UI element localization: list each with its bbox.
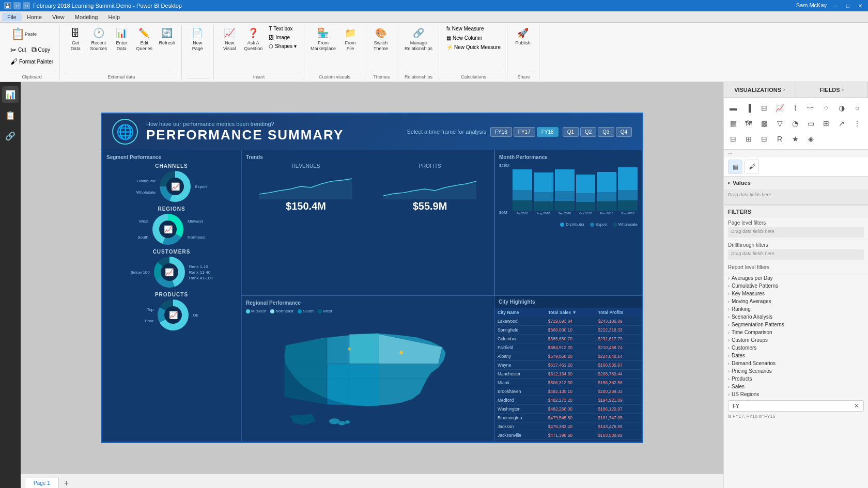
- q4-btn[interactable]: Q4: [616, 127, 632, 137]
- enter-data-btn[interactable]: 📊 EnterData: [111, 25, 132, 53]
- fy16-btn[interactable]: FY16: [490, 127, 512, 137]
- visualizations-tab[interactable]: VISUALIZATIONS ›: [724, 82, 796, 97]
- new-quick-measure-btn[interactable]: ⚡ New Quick Measure: [444, 43, 503, 51]
- vis-line[interactable]: 📈: [772, 101, 787, 115]
- add-page-btn[interactable]: +: [60, 479, 73, 488]
- text-box-icon: T: [269, 26, 272, 32]
- q1-btn[interactable]: Q1: [563, 127, 579, 137]
- save-icon[interactable]: 💾: [4, 2, 11, 9]
- field-item-10[interactable]: ›Dates: [724, 352, 868, 359]
- vis-funnel[interactable]: ▽: [772, 116, 787, 131]
- vis-waterfall[interactable]: ⊟: [757, 132, 771, 146]
- vis-custom2[interactable]: ◈: [803, 132, 818, 146]
- text-box-btn[interactable]: T Text box: [267, 25, 299, 33]
- redo-icon[interactable]: ↪: [23, 2, 30, 9]
- new-column-btn[interactable]: ▦ New Column: [444, 34, 503, 42]
- page-tab-1[interactable]: Page 1: [25, 478, 59, 488]
- vis-clustered-bar[interactable]: ▐: [741, 101, 756, 115]
- switch-theme-btn[interactable]: 🎨 SwitchTheme: [370, 25, 391, 53]
- recent-sources-btn[interactable]: 🕐 RecentSources: [88, 25, 109, 53]
- menu-modeling[interactable]: Modeling: [70, 13, 103, 21]
- manage-relationships-btn[interactable]: 🔗 ManageRelationships: [402, 25, 435, 53]
- undo-icon[interactable]: ↩: [13, 2, 21, 9]
- sidebar-data-icon[interactable]: 📋: [2, 107, 19, 123]
- report-subtitle: How have our performance metrics been tr…: [146, 121, 398, 127]
- close-btn[interactable]: ✕: [857, 2, 864, 9]
- vis-format-tool[interactable]: 🖌: [745, 160, 759, 174]
- menu-help[interactable]: Help: [103, 13, 125, 21]
- vis-map[interactable]: 🗺: [741, 116, 756, 131]
- vis-scatter[interactable]: ⁘: [819, 101, 833, 115]
- new-visual-btn[interactable]: 📈 NewVisual: [219, 25, 240, 53]
- new-page-btn[interactable]: 📄 NewPage: [187, 25, 208, 53]
- restore-btn[interactable]: □: [844, 2, 851, 9]
- field-item-5[interactable]: ›Scenario Analysis: [724, 313, 868, 321]
- field-item-14[interactable]: ›Sales: [724, 383, 868, 390]
- bar-dec-stack: [618, 164, 638, 211]
- ask-question-btn[interactable]: ❓ Ask AQuestion: [242, 25, 265, 53]
- field-item-6[interactable]: ›Segmentation Patterns: [724, 321, 868, 328]
- field-item-9[interactable]: ›Customers: [724, 344, 868, 352]
- vis-pie[interactable]: ◑: [834, 101, 849, 115]
- image-btn[interactable]: 🖼 Image: [267, 34, 299, 41]
- refresh-btn[interactable]: 🔄 Refresh: [157, 25, 177, 47]
- vis-r[interactable]: R: [772, 132, 787, 146]
- vis-gauge[interactable]: ◔: [788, 116, 802, 131]
- field-item-13[interactable]: ›Products: [724, 375, 868, 383]
- paste-btn[interactable]: 📋 Paste: [8, 25, 55, 43]
- fy18-btn[interactable]: FY18: [537, 127, 559, 137]
- field-item-8[interactable]: ›Custom Groups: [724, 336, 868, 344]
- menu-file[interactable]: File: [2, 13, 22, 21]
- vis-slicer[interactable]: ⋮: [850, 116, 864, 131]
- vis-stacked-bar-100[interactable]: ⊟: [757, 101, 771, 115]
- vis-stacked-bar[interactable]: ▬: [726, 101, 740, 115]
- menu-view[interactable]: View: [47, 13, 70, 21]
- field-item-7[interactable]: ›Time Comparison: [724, 328, 868, 336]
- get-data-btn[interactable]: 🗄 GetData: [65, 25, 86, 53]
- vis-fields-tool[interactable]: ▦: [728, 160, 742, 174]
- field-item-12[interactable]: ›Pricing Scenarios: [724, 367, 868, 375]
- sidebar-report-icon[interactable]: 📊: [2, 86, 19, 103]
- vis-donut[interactable]: ○: [850, 101, 864, 115]
- vis-filled-map[interactable]: ▩: [757, 116, 771, 131]
- drillthrough-drop[interactable]: Drag data fields here: [728, 249, 864, 260]
- fy17-btn[interactable]: FY17: [514, 127, 535, 137]
- vis-multi-card[interactable]: ⊞: [819, 116, 833, 131]
- field-item-3[interactable]: ›Moving Averages: [724, 297, 868, 305]
- title-bar-left: 💾 ↩ ↪ February 2018 Learning Summit Demo…: [4, 2, 182, 9]
- vis-treemap[interactable]: ▦: [726, 116, 740, 131]
- bar-nov-label: Nov 2018: [600, 212, 613, 215]
- q2-btn[interactable]: Q2: [580, 127, 596, 137]
- vis-kpi[interactable]: ↗: [834, 116, 849, 131]
- page-level-drop[interactable]: Drag data fields here: [728, 227, 864, 238]
- q3-btn[interactable]: Q3: [598, 127, 614, 137]
- cut-btn[interactable]: ✂Cut: [8, 44, 28, 55]
- field-item-11[interactable]: ›Demand Scenarios: [724, 359, 868, 367]
- vis-table[interactable]: ⊟: [726, 132, 740, 146]
- vis-area[interactable]: ⌇: [788, 101, 802, 115]
- copy-btn[interactable]: ⧉Copy: [29, 44, 52, 55]
- from-marketplace-btn[interactable]: 🏪 FromMarketplace: [308, 25, 338, 53]
- values-drop-zone[interactable]: Drag data fields here: [724, 189, 868, 204]
- minimize-btn[interactable]: ─: [832, 2, 839, 9]
- vis-custom1[interactable]: ★: [788, 132, 802, 146]
- field-item-4[interactable]: ›Ranking: [724, 305, 868, 313]
- vis-ribbon[interactable]: 〰: [803, 101, 818, 115]
- fields-tab[interactable]: FIELDS ›: [796, 82, 869, 97]
- field-item-15[interactable]: ›US Regions: [724, 390, 868, 398]
- new-measure-btn[interactable]: fx New Measure: [444, 25, 503, 33]
- publish-btn[interactable]: 🚀 Publish: [513, 25, 533, 47]
- sidebar-model-icon[interactable]: 🔗: [2, 128, 19, 144]
- vis-matrix[interactable]: ⊞: [741, 132, 756, 146]
- format-painter-btn[interactable]: 🖌Format Painter: [8, 56, 55, 67]
- from-file-btn[interactable]: 📁 FromFile: [340, 25, 361, 53]
- menu-home[interactable]: Home: [22, 13, 47, 21]
- field-item-0[interactable]: ›Averages per Day: [724, 274, 868, 282]
- fy-filter-close[interactable]: ✕: [854, 402, 859, 410]
- field-item-2[interactable]: ›Key Measures: [724, 290, 868, 297]
- shapes-btn[interactable]: ⬡ Shapes ▾: [267, 42, 299, 50]
- vis-card[interactable]: ▭: [803, 116, 818, 131]
- edit-queries-btn[interactable]: ✏️ EditQueries: [134, 25, 154, 53]
- city-cell-10-1: $482,266.00: [545, 405, 595, 414]
- field-item-1[interactable]: ›Cumulative Patterns: [724, 282, 868, 290]
